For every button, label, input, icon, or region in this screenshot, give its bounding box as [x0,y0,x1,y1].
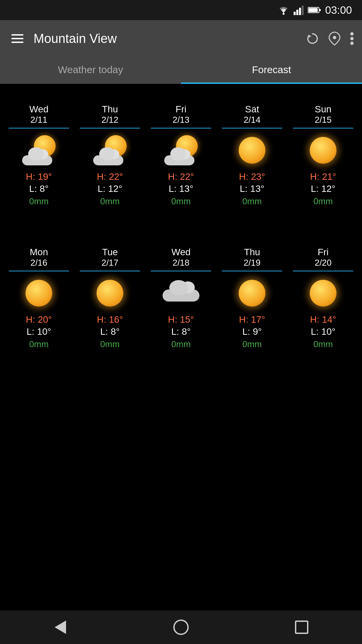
day-divider [293,128,353,128]
status-time: 03:00 [325,4,352,16]
forecast-day: Wed2/11H: 19°L: 8°0mm [9,104,69,207]
home-button[interactable] [161,617,201,637]
day-date: 2/15 [315,115,332,125]
sun-icon [239,280,265,307]
location-button[interactable] [328,32,341,46]
day-divider [9,271,69,271]
day-divider [151,271,211,271]
recents-button[interactable] [282,617,322,637]
precipitation: 0mm [9,196,69,207]
svg-point-11 [350,37,354,40]
forecast-day: Fri2/20H: 14°L: 10°0mm [293,247,353,350]
svg-rect-6 [319,9,321,11]
day-name: Fri [318,247,329,258]
status-icons: 03:00 [278,4,352,16]
temp-low: L: 10° [9,326,69,337]
day-name: Wed [171,247,190,258]
temp-low: L: 12° [80,183,140,194]
precipitation: 0mm [293,339,353,350]
day-date: 2/16 [31,258,48,268]
precipitation: 0mm [9,339,69,350]
day-name: Thu [244,247,260,258]
day-divider [80,128,140,128]
svg-point-0 [283,13,285,15]
day-name: Thu [102,104,118,115]
temp-low: L: 13° [151,183,211,194]
top-bar-icons [306,32,354,46]
svg-rect-1 [294,12,296,15]
forecast-day: Sat2/14H: 23°L: 13°0mm [222,104,282,207]
temp-high: H: 23° [222,171,282,182]
forecast-day: Wed2/18H: 15°L: 8°0mm [151,247,211,350]
day-date: 2/12 [102,115,119,125]
partly-cloudy-icon [22,135,56,165]
day-name: Wed [29,104,48,115]
temp-low: L: 13° [222,183,282,194]
temp-high: H: 19° [9,171,69,182]
more-options-button[interactable] [350,32,354,45]
temp-low: L: 9° [222,326,282,337]
temp-high: H: 16° [80,314,140,325]
svg-rect-7 [308,8,318,12]
menu-icon[interactable] [8,31,27,46]
signal-icon [294,5,304,15]
day-date: 2/18 [173,258,190,268]
temp-low: L: 10° [293,326,353,337]
day-name: Sun [315,104,331,115]
precipitation: 0mm [293,196,353,207]
cloud-icon [163,281,199,305]
forecast-day: Mon2/16H: 20°L: 10°0mm [9,247,69,350]
day-date: 2/14 [244,115,261,125]
day-date: 2/19 [244,258,261,268]
temp-high: H: 15° [151,314,211,325]
sun-icon [310,280,337,307]
precipitation: 0mm [222,339,282,350]
temp-low: L: 8° [80,326,140,337]
forecast-week-2: Mon2/16H: 20°L: 10°0mmTue2/17H: 16°L: 8°… [0,233,362,356]
day-date: 2/11 [31,115,48,125]
tabs: Weather today Forecast [0,57,362,84]
forecast-day: Tue2/17H: 16°L: 8°0mm [80,247,140,350]
top-bar: Mountain View [0,20,362,57]
partly-cloudy-icon [93,135,127,165]
forecast-day: Fri2/13H: 22°L: 13°0mm [151,104,211,207]
svg-point-12 [350,42,354,45]
wifi-icon [278,5,290,15]
day-name: Tue [102,247,118,258]
tab-weather-today[interactable]: Weather today [0,57,181,84]
sun-icon [239,137,265,164]
svg-point-10 [350,32,354,36]
forecast-week-1: Wed2/11H: 19°L: 8°0mmThu2/12H: 22°L: 12°… [0,91,362,213]
sun-icon [97,280,123,307]
forecast-content: Wed2/11H: 19°L: 8°0mmThu2/12H: 22°L: 12°… [0,84,362,363]
svg-rect-4 [302,6,304,15]
svg-rect-3 [299,8,301,15]
temp-high: H: 17° [222,314,282,325]
svg-point-9 [333,36,336,39]
tab-forecast[interactable]: Forecast [181,57,362,84]
sun-icon [25,280,52,307]
temp-low: L: 8° [151,326,211,337]
svg-marker-8 [308,35,311,38]
day-name: Mon [30,247,48,258]
precipitation: 0mm [151,339,211,350]
day-divider [222,271,282,271]
day-divider [222,128,282,128]
day-divider [151,128,211,128]
back-button[interactable] [40,617,80,637]
forecast-day: Sun2/15H: 21°L: 12°0mm [293,104,353,207]
temp-high: H: 22° [151,171,211,182]
day-name: Fri [176,104,187,115]
nav-bar [0,610,362,644]
refresh-button[interactable] [306,32,319,45]
forecast-day: Thu2/19H: 17°L: 9°0mm [222,247,282,350]
status-bar: 03:00 [0,0,362,20]
recents-square-icon [295,621,308,634]
day-date: 2/17 [102,258,119,268]
battery-icon [308,6,321,14]
temp-low: L: 12° [293,183,353,194]
precipitation: 0mm [80,196,140,207]
day-date: 2/13 [173,115,190,125]
temp-low: L: 8° [9,183,69,194]
temp-high: H: 21° [293,171,353,182]
